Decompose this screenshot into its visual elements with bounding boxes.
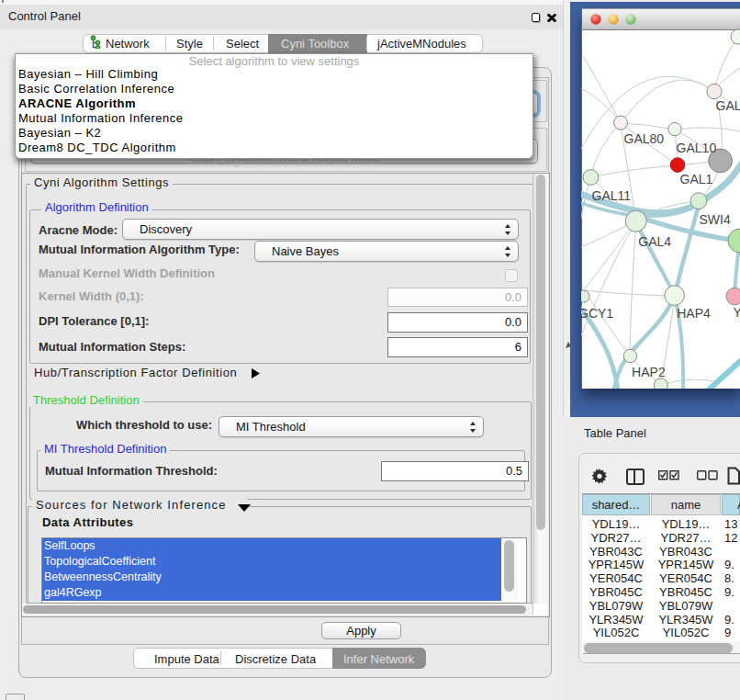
svg-text:Y: Y <box>734 305 740 320</box>
svg-text:GCY1: GCY1 <box>581 306 613 321</box>
svg-text:GAL11: GAL11 <box>592 188 632 203</box>
svg-text:GAL4: GAL4 <box>638 234 671 249</box>
svg-text:GAL80: GAL80 <box>624 131 665 146</box>
svg-text:GAL1: GAL1 <box>680 172 713 186</box>
svg-text:GAL10: GAL10 <box>677 141 717 155</box>
svg-text:HAP2: HAP2 <box>632 365 666 379</box>
svg-text:GAL7: GAL7 <box>716 98 740 113</box>
svg-text:HAP4: HAP4 <box>677 306 711 321</box>
svg-text:SWI4: SWI4 <box>700 212 731 227</box>
